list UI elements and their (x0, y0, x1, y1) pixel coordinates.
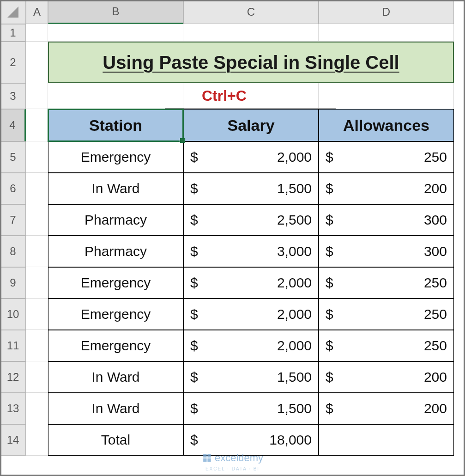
cell-station[interactable]: In Ward (48, 393, 183, 424)
cell-allowances[interactable]: $300 (319, 204, 454, 236)
cell-salary[interactable]: $2,000 (183, 330, 319, 361)
select-all-cell[interactable] (0, 0, 26, 24)
row-header-7[interactable]: 7 (0, 204, 26, 236)
cell-salary[interactable]: $2,000 (183, 267, 319, 299)
currency-symbol: $ (190, 212, 198, 228)
cell-A11[interactable] (26, 330, 48, 361)
currency-symbol: $ (190, 275, 198, 291)
spreadsheet-grid[interactable]: A B C D 1 2 3 4 5 6 7 8 9 10 11 12 13 14… (0, 0, 465, 456)
row-header-12[interactable]: 12 (0, 361, 26, 393)
allow-value: 200 (424, 181, 447, 196)
currency-symbol: $ (190, 401, 198, 416)
table-header-station[interactable]: Station (48, 109, 183, 141)
cell-allowances[interactable]: $250 (319, 330, 454, 361)
cell-A8[interactable] (26, 236, 48, 267)
cell-salary[interactable]: $2,000 (183, 299, 319, 330)
total-salary-value: 18,000 (269, 432, 312, 448)
row-header-10[interactable]: 10 (0, 299, 26, 330)
cell-salary[interactable]: $2,000 (183, 141, 319, 173)
cell-D1[interactable] (319, 24, 454, 42)
cell-station[interactable]: Emergency (48, 330, 183, 361)
cell-allowances[interactable]: $200 (319, 393, 454, 424)
row-header-3[interactable]: 3 (0, 83, 26, 109)
cell-station[interactable]: Pharmacy (48, 236, 183, 267)
cell-salary[interactable]: $2,500 (183, 204, 319, 236)
salary-value: 2,000 (277, 149, 312, 165)
allow-value: 200 (424, 369, 447, 385)
cell-station[interactable]: Pharmacy (48, 204, 183, 236)
cell-allowances[interactable]: $300 (319, 236, 454, 267)
svg-marker-0 (7, 6, 18, 18)
cell-station[interactable]: In Ward (48, 173, 183, 204)
cell-C1[interactable] (183, 24, 319, 42)
allow-value: 300 (424, 212, 447, 228)
cell-station[interactable]: Emergency (48, 299, 183, 330)
cell-A4[interactable] (26, 109, 48, 141)
cell-salary[interactable]: $3,000 (183, 236, 319, 267)
cell-A12[interactable] (26, 361, 48, 393)
currency-symbol: $ (326, 401, 333, 416)
cell-A13[interactable] (26, 393, 48, 424)
col-header-C[interactable]: C (183, 0, 319, 24)
col-header-A[interactable]: A (26, 0, 48, 24)
cell-A14[interactable] (26, 424, 48, 456)
cell-salary[interactable]: $1,500 (183, 393, 319, 424)
currency-symbol: $ (190, 306, 198, 322)
row-header-4[interactable]: 4 (0, 109, 26, 141)
salary-value: 2,000 (277, 338, 312, 354)
currency-symbol: $ (190, 149, 198, 165)
row-header-13[interactable]: 13 (0, 393, 26, 424)
cell-allowances[interactable]: $250 (319, 299, 454, 330)
currency-symbol: $ (326, 181, 333, 196)
row-header-1[interactable]: 1 (0, 24, 26, 42)
table-header-salary[interactable]: Salary (183, 109, 319, 141)
cell-D3[interactable] (319, 83, 454, 109)
cell-allowances[interactable]: $200 (319, 173, 454, 204)
row-header-6[interactable]: 6 (0, 173, 26, 204)
cell-salary[interactable]: $1,500 (183, 173, 319, 204)
cell-total-salary[interactable]: $18,000 (183, 424, 319, 456)
currency-symbol: $ (326, 338, 333, 354)
salary-value: 2,000 (277, 275, 312, 291)
cell-allowances[interactable]: $250 (319, 141, 454, 173)
cell-A10[interactable] (26, 299, 48, 330)
col-header-D[interactable]: D (319, 0, 454, 24)
cell-total-label[interactable]: Total (48, 424, 183, 456)
allow-value: 250 (424, 275, 447, 291)
row-header-14[interactable]: 14 (0, 424, 26, 456)
currency-symbol: $ (326, 306, 333, 322)
allow-value: 200 (424, 401, 447, 416)
cell-salary[interactable]: $1,500 (183, 361, 319, 393)
currency-symbol: $ (190, 369, 198, 385)
cell-B1[interactable] (48, 24, 183, 42)
cell-A6[interactable] (26, 173, 48, 204)
row-header-8[interactable]: 8 (0, 236, 26, 267)
cell-A1[interactable] (26, 24, 48, 42)
cell-A7[interactable] (26, 204, 48, 236)
cell-total-allowances[interactable] (319, 424, 454, 456)
cell-A3[interactable] (26, 83, 48, 109)
salary-value: 1,500 (277, 401, 312, 416)
cell-allowances[interactable]: $250 (319, 267, 454, 299)
cell-A5[interactable] (26, 141, 48, 173)
cell-station[interactable]: In Ward (48, 361, 183, 393)
col-header-B[interactable]: B (48, 0, 183, 24)
cell-A2[interactable] (26, 42, 48, 83)
title-cell[interactable]: Using Paste Special in Single Cell (48, 42, 454, 83)
salary-value: 3,000 (277, 244, 312, 259)
currency-symbol: $ (190, 338, 198, 354)
cell-station[interactable]: Emergency (48, 267, 183, 299)
row-header-9[interactable]: 9 (0, 267, 26, 299)
cell-A9[interactable] (26, 267, 48, 299)
salary-value: 2,000 (277, 306, 312, 322)
row-header-11[interactable]: 11 (0, 330, 26, 361)
cell-station[interactable]: Emergency (48, 141, 183, 173)
annotation-underline (165, 108, 336, 109)
row-header-2[interactable]: 2 (0, 42, 26, 83)
table-header-allowances[interactable]: Allowances (319, 109, 454, 141)
row-header-5[interactable]: 5 (0, 141, 26, 173)
salary-value: 2,500 (277, 212, 312, 228)
cell-allowances[interactable]: $200 (319, 361, 454, 393)
currency-symbol: $ (190, 432, 198, 448)
cell-B3[interactable] (48, 83, 183, 109)
